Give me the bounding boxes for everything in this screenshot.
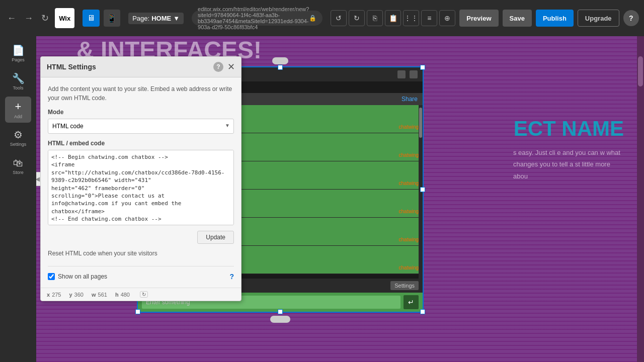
resize-handle-bottom-left[interactable]: [135, 309, 140, 314]
left-sidebar: 📄 Pages 🔧 Tools + Add ⚙ Settings 🛍 Store: [0, 36, 36, 362]
chatwing-settings-button[interactable]: Settings: [390, 281, 419, 290]
pages-icon: 📄: [12, 44, 25, 56]
h-coord: h 480: [115, 292, 130, 298]
layout-button[interactable]: ≡: [421, 10, 437, 26]
coords-bar: x 275 y 360 w 561 h 480 ↻: [41, 288, 241, 301]
resize-handle-bottom-middle[interactable]: [278, 309, 283, 314]
settings-icon: ⚙: [14, 129, 23, 141]
sidebar-item-settings[interactable]: ⚙ Settings: [5, 125, 31, 151]
chatwing-brand-5: chatwing: [399, 237, 419, 242]
right-subtext: s easy. Just cli e and you can w what ch…: [513, 147, 624, 182]
page-selector[interactable]: Page: HOME ▼: [128, 13, 184, 24]
chatwing-brand-1: chatwing: [399, 124, 419, 130]
chatwing-header-right: [397, 70, 418, 78]
wix-logo: Wix: [55, 8, 74, 28]
settings-icon-cw[interactable]: [397, 70, 406, 78]
show-on-all-pages-help[interactable]: ?: [229, 273, 234, 281]
chatwing-brand-6: chatwing: [399, 265, 419, 270]
align-button[interactable]: ⊕: [439, 10, 455, 26]
page-label: Page:: [132, 15, 149, 22]
resize-handle-top-right[interactable]: [420, 65, 425, 70]
html-code-textarea[interactable]: <!-- Begin chatwing.com chatbox --> <ifr…: [48, 150, 234, 225]
h-label: h: [115, 292, 119, 298]
mode-select[interactable]: HTML code URL: [48, 119, 234, 134]
drag-handle-bottom[interactable]: [270, 316, 290, 323]
chatwing-brand-4: chatwing: [399, 209, 419, 214]
show-on-all-pages-label: Show on all pages: [58, 273, 107, 280]
mode-select-wrapper: HTML code URL: [48, 119, 234, 134]
panel-close-button[interactable]: ✕: [227, 62, 235, 71]
scrollbar-thumb[interactable]: [638, 56, 643, 86]
html-settings-panel: ◀ HTML Settings ? ✕ Add the content you …: [40, 56, 242, 301]
toolbar-group: ↺ ↻ ⎘ 📋 ⋮⋮ ≡ ⊕: [331, 10, 455, 26]
sidebar-item-tools[interactable]: 🔧 Tools: [5, 68, 31, 95]
publish-button[interactable]: Publish: [536, 10, 574, 27]
back-button[interactable]: ←: [5, 11, 18, 26]
sidebar-item-pages[interactable]: 📄 Pages: [5, 40, 31, 66]
update-button-row: Update: [48, 231, 234, 244]
resize-handle-middle-right[interactable]: [420, 187, 425, 192]
panel-header-buttons: ? ✕: [213, 62, 235, 72]
mobile-view-button[interactable]: 📱: [104, 10, 120, 27]
refresh-button[interactable]: ↻: [39, 11, 51, 26]
html-panel-description: Add the content you want to your site. E…: [48, 84, 234, 103]
copy-button[interactable]: ⎘: [367, 10, 383, 26]
resize-handle-bottom-right[interactable]: [420, 309, 425, 314]
h-value: 480: [121, 292, 130, 298]
coord-cycle-button[interactable]: ↻: [140, 291, 148, 298]
w-label: w: [92, 292, 96, 298]
sidebar-item-store[interactable]: 🛍 Store: [5, 153, 31, 179]
update-button[interactable]: Update: [197, 231, 234, 244]
chevron-down-icon: ▼: [173, 15, 180, 22]
tools-icon: 🔧: [12, 72, 25, 84]
x-value: 275: [52, 292, 61, 298]
y-label: y: [69, 292, 72, 298]
y-value: 360: [74, 292, 84, 298]
x-label: x: [47, 292, 50, 298]
w-coord: w 561: [92, 292, 107, 298]
paste-button[interactable]: 📋: [385, 10, 401, 26]
upgrade-button[interactable]: Upgrade: [578, 10, 619, 27]
chatwing-brand-3: chatwing: [399, 180, 419, 186]
save-button[interactable]: Save: [503, 10, 532, 27]
panel-help-button[interactable]: ?: [213, 62, 223, 72]
url-text: editor.wix.com/html/editor/web/renderer/…: [198, 6, 309, 30]
chatwing-send-button[interactable]: ↵: [404, 295, 419, 309]
y-coord: y 360: [69, 292, 83, 298]
w-value: 561: [98, 292, 107, 298]
chatwing-brand-2: chatwing: [399, 152, 419, 158]
desktop-view-button[interactable]: 🖥: [83, 10, 99, 27]
share-link[interactable]: Share: [401, 96, 418, 103]
x-coord: x 275: [47, 292, 61, 298]
preview-button[interactable]: Preview: [459, 10, 498, 27]
page-name: HOME: [151, 15, 171, 22]
forward-button[interactable]: →: [22, 11, 35, 26]
help-button[interactable]: ?: [623, 10, 639, 26]
show-on-all-pages-checkbox[interactable]: [48, 273, 55, 280]
undo-button[interactable]: ↺: [331, 10, 347, 26]
url-bar: editor.wix.com/html/editor/web/renderer/…: [192, 11, 323, 26]
html-panel-body: Add the content you want to your site. E…: [41, 77, 241, 288]
mode-label: Mode: [48, 109, 234, 116]
canvas-area: & Interfaces! ECT NAME s easy. Just cli …: [36, 36, 644, 362]
ssl-icon: 🔒: [309, 15, 316, 22]
sidebar-item-add[interactable]: + Add: [5, 97, 31, 123]
html-panel-title: HTML Settings: [47, 63, 96, 71]
reset-text: Reset HTML code when your site visitors: [48, 249, 234, 258]
expand-icon-cw[interactable]: [410, 70, 418, 78]
messages-scrollbar-thumb[interactable]: [419, 108, 422, 138]
show-on-all-pages-row: Show on all pages ?: [48, 266, 234, 281]
html-panel-header: HTML Settings ? ✕: [41, 57, 241, 77]
redo-button[interactable]: ↻: [349, 10, 365, 26]
page-scrollbar[interactable]: [637, 36, 644, 362]
drag-handle-top[interactable]: [272, 57, 288, 64]
panel-collapse-arrow[interactable]: ◀: [36, 172, 41, 186]
store-icon: 🛍: [13, 157, 23, 169]
topbar: ← → ↻ Wix 🖥 📱 Page: HOME ▼ editor.wix.co…: [0, 0, 644, 36]
right-heading: ECT NAME: [514, 117, 624, 141]
resize-handle-top-middle[interactable]: [278, 65, 283, 70]
add-icon: +: [15, 100, 22, 113]
grid-button[interactable]: ⋮⋮: [403, 10, 419, 26]
code-label: HTML / embed code: [48, 140, 234, 147]
